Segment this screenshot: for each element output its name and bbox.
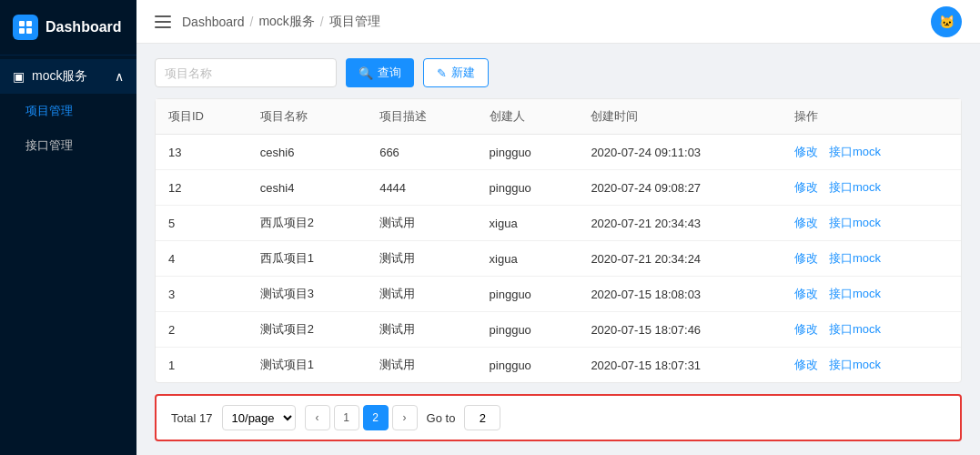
search-icon: 🔍 [359, 66, 373, 80]
edit-link[interactable]: 修改 [794, 358, 818, 371]
mock-link[interactable]: 接口mock [829, 358, 881, 371]
svg-rect-2 [19, 28, 25, 34]
sidebar-item-interface-management[interactable]: 接口管理 [0, 128, 136, 163]
avatar-emoji: 🐱 [939, 15, 955, 29]
cell-time: 2020-07-21 20:34:24 [578, 241, 782, 277]
cell-time: 2020-07-24 09:11:03 [578, 135, 782, 170]
sidebar-logo-text: Dashboard [45, 19, 122, 35]
mock-link[interactable]: 接口mock [829, 251, 881, 265]
cell-creator: xigua [477, 241, 579, 277]
prev-icon: ‹ [316, 411, 319, 424]
cell-desc: 666 [367, 135, 476, 170]
cell-name: 西瓜项目2 [248, 206, 367, 241]
mock-link[interactable]: 接口mock [829, 145, 881, 158]
edit-link[interactable]: 修改 [794, 287, 818, 300]
cell-id: 13 [156, 135, 248, 170]
menu-toggle-icon[interactable] [155, 15, 171, 28]
prev-page-button[interactable]: ‹ [305, 405, 330, 430]
chevron-up-icon: ∧ [115, 69, 124, 84]
breadcrumb-current: 项目管理 [329, 14, 380, 30]
cell-id: 4 [156, 241, 248, 277]
sidebar-item-project-management[interactable]: 项目管理 [0, 94, 136, 128]
table-row: 13 ceshi6 666 pingguo 2020-07-24 09:11:0… [156, 135, 961, 170]
breadcrumb-mock-service[interactable]: mock服务 [258, 14, 314, 30]
table-row: 4 西瓜项目1 测试用 xigua 2020-07-21 20:34:24 修改… [156, 241, 961, 277]
table-row: 3 测试项目3 测试用 pingguo 2020-07-15 18:08:03 … [156, 277, 961, 312]
cell-id: 1 [156, 348, 248, 383]
breadcrumb: Dashboard / mock服务 / 项目管理 [182, 14, 380, 30]
page-2-button[interactable]: 2 [363, 405, 389, 430]
cell-name: 测试项目3 [248, 277, 367, 312]
cell-actions: 修改 接口mock [782, 312, 961, 348]
edit-link[interactable]: 修改 [794, 216, 818, 229]
cell-actions: 修改 接口mock [782, 135, 961, 170]
next-page-button[interactable]: › [392, 405, 418, 430]
cell-time: 2020-07-15 18:07:31 [578, 348, 782, 383]
mock-group-label: mock服务 [32, 68, 87, 85]
breadcrumb-dashboard[interactable]: Dashboard [182, 15, 245, 29]
cell-desc: 4444 [367, 170, 476, 206]
mock-link[interactable]: 接口mock [829, 322, 881, 336]
cell-creator: pingguo [477, 135, 579, 170]
edit-link[interactable]: 修改 [794, 180, 818, 194]
cell-desc: 测试用 [367, 312, 476, 348]
edit-link[interactable]: 修改 [794, 251, 818, 265]
mock-link[interactable]: 接口mock [829, 287, 881, 300]
cell-name: ceshi4 [248, 170, 367, 206]
cell-creator: pingguo [477, 277, 579, 312]
cell-name: 西瓜项目1 [248, 241, 367, 277]
content-area: 🔍 查询 ✎ 新建 项目ID 项目名称 项目描述 创建人 创建时间 操作 [136, 44, 980, 455]
cell-id: 12 [156, 170, 248, 206]
col-creator: 创建人 [477, 99, 579, 135]
data-table: 项目ID 项目名称 项目描述 创建人 创建时间 操作 13 ceshi6 666… [155, 98, 962, 383]
goto-input[interactable] [464, 405, 500, 430]
mock-group-icon: ▣ [13, 69, 25, 84]
col-action: 操作 [782, 99, 961, 135]
table-row: 1 测试项目1 测试用 pingguo 2020-07-15 18:07:31 … [156, 348, 961, 383]
edit-link[interactable]: 修改 [794, 322, 818, 336]
cell-name: 测试项目2 [248, 312, 367, 348]
cell-time: 2020-07-24 09:08:27 [578, 170, 782, 206]
col-desc: 项目描述 [367, 99, 476, 135]
svg-rect-3 [26, 28, 32, 34]
col-id: 项目ID [156, 99, 248, 135]
goto-label: Go to [427, 411, 456, 425]
col-time: 创建时间 [578, 99, 782, 135]
search-input[interactable] [155, 58, 337, 87]
main-content: Dashboard / mock服务 / 项目管理 🐱 🔍 查询 ✎ 新建 [136, 0, 980, 455]
toolbar: 🔍 查询 ✎ 新建 [155, 58, 962, 87]
table-row: 12 ceshi4 4444 pingguo 2020-07-24 09:08:… [156, 170, 961, 206]
cell-desc: 测试用 [367, 348, 476, 383]
pagination-controls: ‹ 1 2 › [305, 405, 418, 430]
cell-time: 2020-07-21 20:34:43 [578, 206, 782, 241]
cell-actions: 修改 接口mock [782, 348, 961, 383]
pagination-bar: Total 17 10/page 20/page 50/page ‹ 1 2 [155, 394, 962, 441]
table-row: 5 西瓜项目2 测试用 xigua 2020-07-21 20:34:43 修改… [156, 206, 961, 241]
sidebar-group-header[interactable]: ▣ mock服务 ∧ [0, 59, 136, 94]
sidebar-item-label-2: 接口管理 [25, 138, 73, 152]
cell-creator: pingguo [477, 348, 579, 383]
user-avatar[interactable]: 🐱 [931, 6, 962, 37]
mock-link[interactable]: 接口mock [829, 216, 881, 229]
cell-time: 2020-07-15 18:08:03 [578, 277, 782, 312]
cell-desc: 测试用 [367, 206, 476, 241]
col-name: 项目名称 [248, 99, 367, 135]
sidebar: Dashboard ▣ mock服务 ∧ 项目管理 接口管理 [0, 0, 136, 455]
edit-link[interactable]: 修改 [794, 145, 818, 158]
cell-creator: pingguo [477, 170, 579, 206]
query-button[interactable]: 🔍 查询 [346, 58, 414, 87]
sidebar-logo[interactable]: Dashboard [0, 0, 136, 56]
page-size-select[interactable]: 10/page 20/page 50/page [222, 405, 296, 430]
cell-desc: 测试用 [367, 277, 476, 312]
cell-creator: pingguo [477, 312, 579, 348]
page-1-button[interactable]: 1 [334, 405, 359, 430]
sidebar-item-label-1: 项目管理 [25, 104, 73, 117]
new-btn-label: 新建 [451, 65, 475, 81]
new-button[interactable]: ✎ 新建 [423, 58, 489, 87]
cell-id: 2 [156, 312, 248, 348]
cell-id: 5 [156, 206, 248, 241]
svg-rect-0 [19, 21, 25, 26]
cell-actions: 修改 接口mock [782, 206, 961, 241]
cell-actions: 修改 接口mock [782, 277, 961, 312]
mock-link[interactable]: 接口mock [829, 180, 881, 194]
